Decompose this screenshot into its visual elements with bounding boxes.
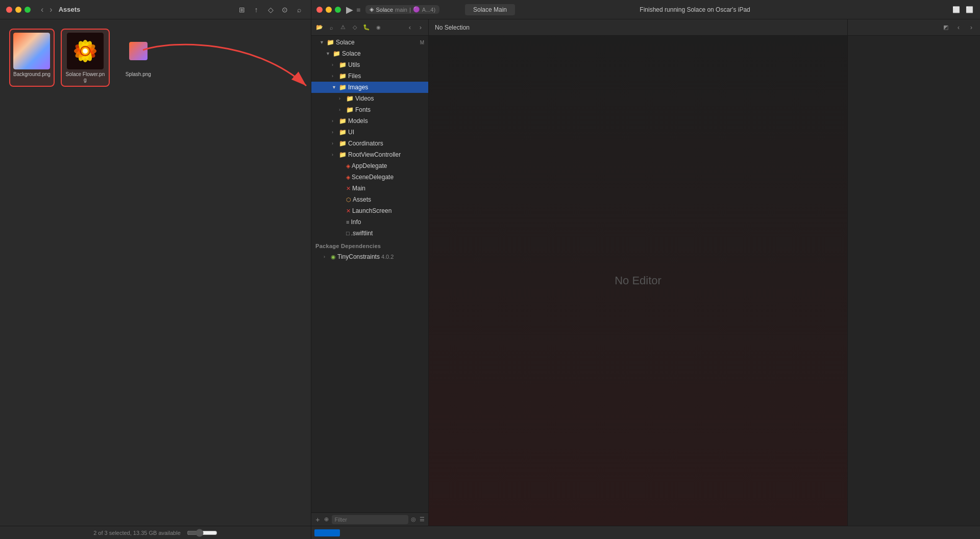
tag-icon[interactable]: ◇ — [265, 4, 276, 15]
navigator-bottom-bar: + ⊕ ◎ ☰ — [311, 512, 428, 526]
assets-label: Assets — [353, 196, 371, 203]
ide-minimize-btn[interactable] — [326, 7, 332, 13]
forward-button[interactable]: › — [47, 4, 54, 15]
inspector-file-icon[interactable]: ◩ — [940, 22, 951, 33]
images-label: Images — [348, 84, 368, 91]
navigator-toggle[interactable]: ⬜ — [950, 4, 962, 15]
models-label: Models — [348, 117, 368, 125]
device-id: A...4) — [422, 7, 435, 13]
tree-item-utils[interactable]: › 📁 Utils — [311, 59, 428, 70]
selection-status: 2 of 3 selected, 13.35 GB available — [93, 530, 181, 536]
videos-label: Videos — [355, 95, 374, 102]
rootviewcontroller-label: RootViewController — [348, 151, 401, 158]
tree-item-ui[interactable]: › 📁 UI — [311, 127, 428, 138]
tree-item-fonts[interactable]: › 📁 Fonts — [311, 104, 428, 115]
inspector-toolbar: ◩ ‹ › — [848, 19, 980, 36]
tree-item-videos[interactable]: › 📁 Videos — [311, 93, 428, 104]
asset-item-flower[interactable]: Solace Flower.png — [62, 30, 109, 86]
tree-item-rootviewcontroller[interactable]: › 📁 RootViewController — [311, 149, 428, 160]
tree-item-solace-group[interactable]: ▼ 📁 Solace — [311, 48, 428, 59]
file-nav-icon[interactable]: 📂 — [314, 22, 325, 33]
ide-close-btn[interactable] — [316, 7, 323, 13]
files-label: Files — [348, 72, 361, 80]
root-folder-icon: 📁 — [327, 39, 334, 46]
no-editor-text: No Editor — [615, 274, 662, 287]
device-info: 🟣 — [413, 6, 420, 13]
editor-content: No Editor — [429, 36, 847, 526]
search-nav-icon[interactable]: ⌕ — [326, 22, 336, 33]
ui-label: UI — [348, 129, 354, 136]
svg-rect-0 — [13, 33, 50, 69]
root-label: Solace — [336, 39, 420, 46]
minimize-button[interactable] — [15, 7, 21, 13]
scheme-label: Solace — [376, 7, 393, 13]
editor-topbar: No Selection — [429, 19, 847, 36]
zoom-slider[interactable] — [187, 529, 217, 537]
debug-nav-icon[interactable]: 🐛 — [361, 22, 372, 33]
launchscreen-label: LaunchScreen — [352, 207, 391, 214]
view-icon[interactable]: ⊞ — [236, 4, 248, 15]
action-icon[interactable]: ⊙ — [279, 4, 290, 15]
svg-point-9 — [83, 48, 88, 54]
asset-item-splash[interactable]: Splash.png — [117, 30, 160, 86]
asset-item-background[interactable]: Background.png — [10, 30, 54, 86]
swiftlint-label: .swiftlint — [351, 230, 373, 237]
tree-item-info[interactable]: ≡ Info — [311, 216, 428, 228]
tree-item-tinyconstraints[interactable]: › ◉ TinyConstraints 4.0.2 — [311, 251, 428, 262]
tinyconstraints-version: 4.0.2 — [381, 254, 394, 260]
search-icon[interactable]: ⌕ — [293, 4, 305, 15]
solace-group-icon: 📁 — [333, 50, 340, 57]
inspector-back-icon[interactable]: ‹ — [953, 22, 964, 33]
utils-label: Utils — [348, 61, 360, 68]
tree-item-main[interactable]: ✕ Main — [311, 183, 428, 194]
filter-input[interactable] — [332, 515, 408, 524]
add-file-button[interactable]: + — [314, 515, 321, 524]
close-button[interactable] — [6, 7, 12, 13]
ide-toolbar: ▶ ■ ◈ Solace main | 🟣 A...4) Finished ru… — [311, 0, 980, 19]
tree-item-coordinators[interactable]: › 📁 Coordinators — [311, 138, 428, 149]
tree-item-appdelegate[interactable]: ◈ AppDelegate — [311, 160, 428, 172]
tree-item-files[interactable]: › 📁 Files — [311, 70, 428, 82]
build-status: Finished running Solace on Oscar's iPad — [443, 6, 947, 13]
tree-item-swiftlint[interactable]: □ .swiftlint — [311, 228, 428, 239]
nav-forward-icon[interactable]: › — [416, 23, 425, 32]
filter-options-icon[interactable]: ☰ — [419, 515, 425, 524]
solace-group-arrow: ▼ — [326, 51, 333, 56]
run-button[interactable]: ▶ — [346, 4, 353, 15]
tree-item-scenedelegate[interactable]: ◈ SceneDelegate — [311, 172, 428, 183]
filter-toggle-icon[interactable]: ⊕ — [323, 515, 330, 524]
asset-label-splash: Splash.png — [126, 71, 151, 77]
tree-item-launchscreen[interactable]: ✕ LaunchScreen — [311, 205, 428, 216]
navigator-toolbar: 📂 ⌕ ⚠ ◇ 🐛 ◉ ‹ › — [311, 19, 428, 36]
scheme-selector[interactable]: ◈ Solace main | 🟣 A...4) — [365, 5, 439, 14]
tree-item-assets[interactable]: ⬡ Assets — [311, 194, 428, 205]
share-icon[interactable]: ↑ — [251, 4, 262, 15]
device-indicator — [314, 529, 340, 536]
stop-button[interactable]: ■ — [356, 6, 360, 14]
package-dependencies-header: Package Dependencies — [311, 239, 428, 251]
assets-grid: Background.png — [0, 19, 311, 526]
tree-item-images[interactable]: ▼ 📁 Images — [311, 82, 428, 93]
inspector-forward-icon[interactable]: › — [966, 22, 977, 33]
filter-scope-icon[interactable]: ◎ — [410, 515, 417, 524]
maximize-button[interactable] — [24, 7, 31, 13]
tree-item-models[interactable]: › 📁 Models — [311, 115, 428, 127]
scenedelegate-label: SceneDelegate — [352, 174, 394, 181]
tests-nav-icon[interactable]: ◇ — [350, 22, 360, 33]
asset-thumb-flower — [67, 33, 104, 69]
ide-bottom-bar — [311, 526, 980, 539]
inspector-toggle[interactable]: ⬜ — [964, 4, 975, 15]
file-tree: ▼ 📁 Solace M ▼ 📁 Solace — [311, 36, 428, 512]
ide-maximize-btn[interactable] — [335, 7, 341, 13]
breakpoints-nav-icon[interactable]: ◉ — [373, 22, 383, 33]
info-label: Info — [351, 218, 361, 226]
root-arrow: ▼ — [320, 40, 327, 45]
tree-item-root-solace[interactable]: ▼ 📁 Solace M — [311, 37, 428, 48]
asset-label-flower: Solace Flower.png — [65, 71, 106, 83]
inspector-content — [848, 36, 980, 526]
back-button[interactable]: ‹ — [39, 4, 45, 15]
nav-back-icon[interactable]: ‹ — [405, 23, 414, 32]
tab-solace-main[interactable]: Solace Main — [465, 4, 515, 15]
issues-nav-icon[interactable]: ⚠ — [338, 22, 348, 33]
root-badge: M — [420, 40, 424, 45]
